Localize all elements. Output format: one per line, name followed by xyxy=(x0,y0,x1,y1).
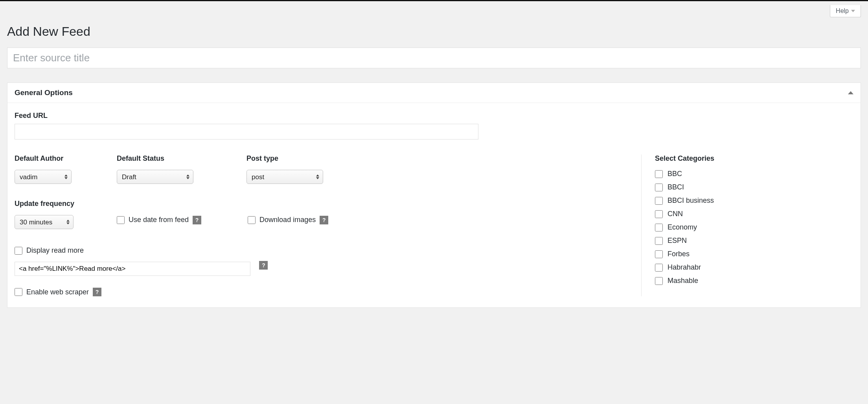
enable-web-scraper-label: Enable web scraper xyxy=(26,288,89,296)
category-checkbox[interactable] xyxy=(655,224,663,231)
help-icon[interactable]: ? xyxy=(93,288,101,296)
category-label: BBCI xyxy=(668,183,684,191)
window-top-border xyxy=(0,0,868,1)
category-checkbox[interactable] xyxy=(655,277,663,285)
category-checkbox[interactable] xyxy=(655,184,663,191)
help-icon[interactable]: ? xyxy=(259,261,268,270)
category-item: Economy xyxy=(655,223,853,231)
help-button[interactable]: Help xyxy=(830,5,861,17)
category-label: Forbes xyxy=(668,250,690,258)
page-title: Add New Feed xyxy=(7,24,861,39)
category-item: Habrahabr xyxy=(655,263,853,272)
category-item: BBC xyxy=(655,170,853,178)
category-label: Economy xyxy=(668,223,697,231)
category-item: ESPN xyxy=(655,237,853,245)
feed-url-label: Feed URL xyxy=(15,112,853,120)
category-label: BBC xyxy=(668,170,682,178)
category-item: CNN xyxy=(655,210,853,218)
category-label: Mashable xyxy=(668,277,698,285)
collapse-toggle-icon[interactable] xyxy=(848,91,853,94)
category-checkbox[interactable] xyxy=(655,197,663,205)
category-item: BBCI business xyxy=(655,196,853,205)
display-read-more-label: Display read more xyxy=(26,246,84,255)
category-item: Mashable xyxy=(655,277,853,285)
read-more-template-input[interactable] xyxy=(15,262,250,276)
category-item: BBCI xyxy=(655,183,853,191)
feed-url-input[interactable] xyxy=(15,124,478,140)
update-frequency-select[interactable]: 30 minutes xyxy=(15,215,74,229)
default-status-select[interactable]: Draft xyxy=(117,170,193,184)
panel-header: General Options xyxy=(7,83,861,103)
help-icon[interactable]: ? xyxy=(320,216,328,224)
category-item: Forbes xyxy=(655,250,853,258)
category-checkbox[interactable] xyxy=(655,264,663,272)
default-status-label: Default Status xyxy=(117,154,195,163)
category-checkbox[interactable] xyxy=(655,237,663,245)
category-checkbox[interactable] xyxy=(655,210,663,218)
update-frequency-label: Update frequency xyxy=(15,200,93,208)
post-type-label: Post type xyxy=(246,154,325,163)
category-label: BBCI business xyxy=(668,196,714,205)
category-label: Habrahabr xyxy=(668,263,701,272)
post-type-select[interactable]: post xyxy=(246,170,323,184)
general-options-panel: General Options Feed URL Default Author … xyxy=(7,83,861,308)
display-read-more-checkbox[interactable] xyxy=(15,247,22,255)
enable-web-scraper-checkbox[interactable] xyxy=(15,288,22,296)
default-author-select[interactable]: vadim xyxy=(15,170,72,184)
help-icon[interactable]: ? xyxy=(193,216,201,224)
use-date-from-feed-checkbox[interactable] xyxy=(117,216,125,224)
use-date-from-feed-label: Use date from feed xyxy=(129,216,189,224)
select-categories-label: Select Categories xyxy=(655,154,853,163)
chevron-down-icon xyxy=(851,10,855,12)
category-checkbox[interactable] xyxy=(655,170,663,178)
download-images-label: Download images xyxy=(259,216,316,224)
default-author-label: Default Author xyxy=(15,154,93,163)
panel-title: General Options xyxy=(15,88,73,97)
help-button-label: Help xyxy=(836,7,849,15)
category-checkbox[interactable] xyxy=(655,250,663,258)
download-images-checkbox[interactable] xyxy=(248,216,256,224)
category-label: ESPN xyxy=(668,237,687,245)
category-label: CNN xyxy=(668,210,683,218)
source-title-input[interactable] xyxy=(7,48,861,68)
